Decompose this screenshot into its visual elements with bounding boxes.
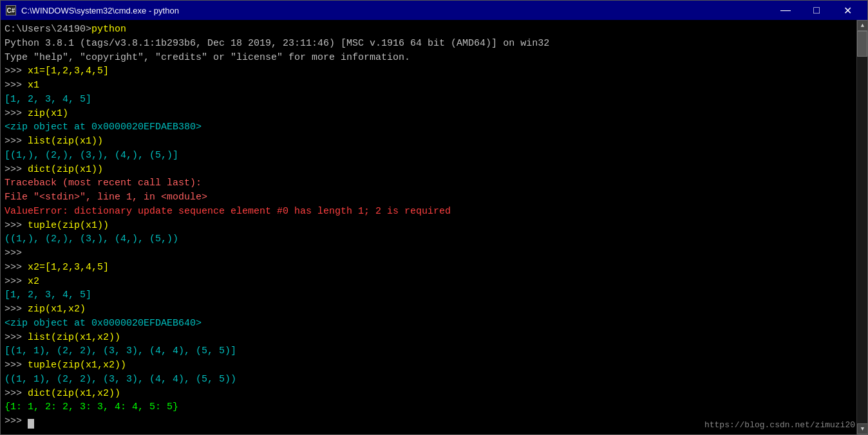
prompt-symbol: >>> [5, 220, 22, 231]
maximize-button[interactable]: □ [802, 1, 831, 20]
terminal-line: >>> x1=[1,2,3,4,5] [5, 64, 853, 79]
dict-result-line: {1: 1, 2: 2, 3: 3, 4: 4, 5: 5} [5, 400, 853, 414]
command-text: dict(zip(x1,x2)) [22, 388, 120, 399]
result-list-line: ((1, 1), (2, 2), (3, 3), (4, 4), (5, 5)) [5, 373, 853, 387]
command-text: list(zip(x1)) [22, 136, 103, 147]
result-list-line: [1, 2, 3, 4, 5] [5, 288, 853, 302]
command-text: tuple(zip(x1)) [22, 220, 109, 231]
result-list-line: [1, 2, 3, 4, 5] [5, 93, 853, 107]
content-area: C:\Users\24190>pythonPython 3.8.1 (tags/… [1, 20, 867, 434]
prompt-symbol: C:\Users\24190> [5, 24, 91, 35]
command-text [22, 416, 28, 427]
prompt-symbol: >>> [5, 66, 22, 77]
zip-object-line: <zip object at 0x0000020EFDAEB640> [5, 317, 853, 331]
zip-object-line: <zip object at 0x0000020EFDAEB380> [5, 120, 853, 134]
prompt-symbol: >>> [5, 304, 22, 315]
command-text: x2 [22, 276, 39, 287]
scroll-down-button[interactable]: ▼ [857, 423, 867, 434]
scroll-up-button[interactable]: ▲ [857, 20, 867, 31]
prompt-symbol: >>> [5, 262, 22, 273]
scrollbar-track[interactable] [857, 31, 867, 423]
titlebar-controls: — □ ✕ [771, 1, 862, 20]
prompt-symbol: >>> [5, 332, 22, 343]
terminal[interactable]: C:\Users\24190>pythonPython 3.8.1 (tags/… [1, 20, 856, 434]
titlebar-icon: C# [6, 5, 16, 15]
error-file-line: File "<stdin>", line 1, in <module> [5, 190, 853, 205]
command-text: zip(x1) [22, 108, 68, 119]
info-line: Type "help", "copyright", "credits" or "… [5, 51, 853, 65]
terminal-line: >>> zip(x1,x2) [5, 302, 853, 317]
command-text: x1=[1,2,3,4,5] [22, 66, 109, 77]
command-text: dict(zip(x1)) [22, 164, 103, 175]
terminal-line: >>> list(zip(x1,x2)) [5, 331, 853, 345]
titlebar-left: C# C:\WINDOWS\system32\cmd.exe - python [6, 5, 179, 15]
titlebar: C# C:\WINDOWS\system32\cmd.exe - python … [1, 1, 867, 20]
cursor-block [28, 419, 34, 429]
command-text: python [91, 24, 126, 35]
terminal-line: >>> x2=[1,2,3,4,5] [5, 261, 853, 275]
watermark: https://blog.csdn.net/zimuzi20 [704, 420, 855, 430]
command-text: x1 [22, 80, 39, 91]
terminal-line: >>> x2 [5, 275, 853, 289]
result-list-line: ((1,), (2,), (3,), (4,), (5,)) [5, 232, 853, 246]
terminal-line: >>> zip(x1) [5, 107, 853, 121]
command-text: zip(x1,x2) [22, 304, 86, 315]
prompt-symbol: >>> [5, 248, 22, 259]
error-message-line: ValueError: dictionary update sequence e… [5, 205, 853, 219]
prompt-symbol: >>> [5, 136, 22, 147]
prompt-symbol: >>> [5, 108, 22, 119]
prompt-symbol: >>> [5, 276, 22, 287]
terminal-line: >>> tuple(zip(x1)) [5, 219, 853, 233]
terminal-line: >>> dict(zip(x1)) [5, 163, 853, 177]
terminal-line: >>> list(zip(x1)) [5, 134, 853, 149]
command-text: x2=[1,2,3,4,5] [22, 262, 109, 273]
command-text: list(zip(x1,x2)) [22, 332, 120, 343]
prompt-symbol: >>> [5, 388, 22, 399]
prompt-symbol: >>> [5, 80, 22, 91]
result-list-line: [(1,), (2,), (3,), (4,), (5,)] [5, 149, 853, 163]
minimize-button[interactable]: — [771, 1, 800, 20]
command-text: tuple(zip(x1,x2)) [22, 360, 126, 371]
result-list-line: [(1, 1), (2, 2), (3, 3), (4, 4), (5, 5)] [5, 344, 853, 358]
prompt-symbol: >>> [5, 164, 22, 175]
terminal-line: >>> [5, 246, 853, 261]
error-header-line: Traceback (most recent call last): [5, 176, 853, 190]
prompt-symbol: >>> [5, 416, 22, 427]
terminal-line: >>> dict(zip(x1,x2)) [5, 387, 853, 401]
close-button[interactable]: ✕ [833, 1, 862, 20]
cmd-window: C# C:\WINDOWS\system32\cmd.exe - python … [0, 0, 868, 435]
info-line: Python 3.8.1 (tags/v3.8.1:1b293b6, Dec 1… [5, 37, 853, 51]
titlebar-title: C:\WINDOWS\system32\cmd.exe - python [21, 6, 179, 15]
terminal-line: >>> x1 [5, 79, 853, 93]
scrollbar-thumb[interactable] [857, 31, 867, 57]
terminal-line: C:\Users\24190>python [5, 23, 853, 37]
terminal-line: >>> tuple(zip(x1,x2)) [5, 358, 853, 373]
scrollbar[interactable]: ▲ ▼ [856, 20, 867, 434]
prompt-symbol: >>> [5, 360, 22, 371]
